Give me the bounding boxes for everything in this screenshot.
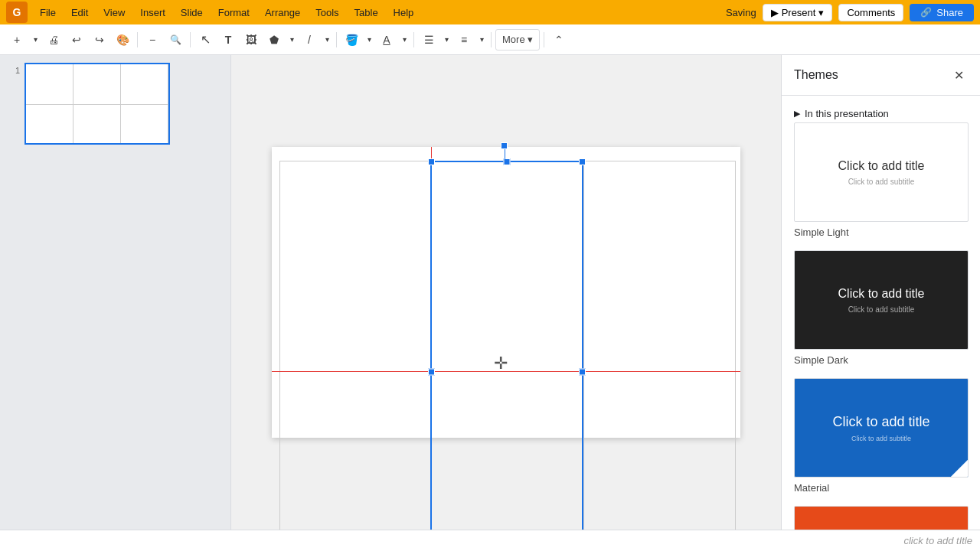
guide-vertical [431,147,432,438]
present-dropdown-icon: ▾ [818,7,824,18]
table-cell-r1c3[interactable] [583,161,735,372]
table-cell-r2c2[interactable] [432,371,583,530]
fold-corner-white [951,460,968,477]
theme-preview-simple-light[interactable]: Click to add title Click to add subtitle [794,122,969,222]
align-button[interactable]: ☰ [418,29,439,51]
themes-section: ▶ In this presentation Click to add titl… [782,96,980,530]
align-dropdown[interactable]: ▾ [441,29,452,51]
menu-edit[interactable]: Edit [65,5,94,20]
shapes-dropdown[interactable]: ▾ [286,29,297,51]
thumb-row-line [26,104,168,105]
in-this-presentation[interactable]: ▶ In this presentation [794,105,968,122]
table-cell-r1c1[interactable] [280,161,432,372]
line-color-dropdown[interactable]: ▾ [399,29,410,51]
image-button[interactable]: 🖼 [240,29,262,51]
undo-button[interactable]: ↩ [66,29,87,51]
bullet-button[interactable]: ≡ [453,29,475,51]
menu-slide[interactable]: Slide [175,5,209,20]
present-button[interactable]: ▶ Present ▾ [763,4,833,21]
menu-file[interactable]: File [34,5,62,20]
bottombar-right: click to add tItle [903,535,972,546]
menu-bar: File Edit View Insert Slide Format Arran… [34,5,420,20]
theme-preview-material[interactable]: Click to add title Click to add subtitle [794,378,969,478]
table-cell-r2c3[interactable] [583,371,735,530]
theme-preview-simple-dark[interactable]: Click to add title Click to add subtitle [794,250,969,350]
saving-status: Saving [726,7,756,18]
theme-preview-subtitle-material: Click to add subtitle [851,435,911,442]
zoom-out-button[interactable]: − [142,29,163,51]
slide-canvas: ✛ [272,147,740,438]
themes-header: Themes ✕ [782,55,980,96]
table-row [280,161,736,372]
menu-table[interactable]: Table [348,5,384,20]
paint-format-button[interactable]: 🎨 [112,29,133,51]
theme-preview-subtitle: Click to add subtitle [848,178,915,186]
chevron-right-icon: ▶ [794,109,800,119]
guide-horizontal [272,371,740,372]
line-dropdown[interactable]: ▾ [322,29,332,51]
more-button[interactable]: More ▾ [495,29,540,51]
collapse-toolbar-button[interactable]: ⌃ [548,29,570,51]
theme-preview-title: Click to add title [838,159,925,173]
top-bar: G File Edit View Insert Slide Format Arr… [0,0,980,24]
more-chevron-icon: ▾ [528,34,533,45]
theme-name-simple-dark: Simple Dark [794,354,968,366]
table-container[interactable] [279,161,736,530]
menu-arrange[interactable]: Arrange [259,5,306,20]
slide-table[interactable] [279,161,736,530]
bullet-dropdown[interactable]: ▾ [476,29,487,51]
handle-top-anchor[interactable] [501,142,508,149]
text-button[interactable]: T [217,29,239,51]
toolbar-separator-3 [336,32,337,47]
share-icon: 🔗 [920,7,932,18]
toolbar-separator-4 [413,32,414,47]
comments-button[interactable]: Comments [838,4,903,21]
app-logo: G [6,2,28,23]
theme-item-material: Click to add title Click to add subtitle… [794,378,968,494]
toolbar-separator-6 [544,32,544,47]
toolbar-separator-5 [491,32,492,47]
menu-help[interactable]: Help [387,5,420,20]
slide-thumb-inner [26,64,168,143]
theme-name-material: Material [794,482,968,494]
add-button[interactable]: + [6,29,28,51]
topbar-right: Saving ▶ Present ▾ Comments 🔗 Share [726,4,974,21]
table-row [280,371,736,530]
theme-preview-title-dark: Click to add title [838,287,925,301]
theme-preview-coral[interactable]: Click to add title [794,506,969,530]
main-area: 1 [0,55,980,530]
slide-panel: 1 [0,55,231,530]
menu-format[interactable]: Format [212,5,256,20]
theme-item-simple-dark: Click to add title Click to add subtitle… [794,250,968,366]
themes-panel: Themes ✕ ▶ In this presentation Click to… [781,55,980,530]
toolbar: + ▾ 🖨 ↩ ↪ 🎨 − 🔍 ↖ T 🖼 ⬟ ▾ / ▾ 🪣 ▾ A ▾ ☰ … [0,24,980,55]
slide-number: 1 [8,66,20,75]
canvas-area[interactable]: ✛ [231,55,781,530]
print-button[interactable]: 🖨 [43,29,64,51]
menu-view[interactable]: View [97,5,131,20]
theme-preview-subtitle-dark: Click to add subtitle [848,305,915,314]
table-cell-r1c2[interactable] [432,161,583,372]
share-button[interactable]: 🔗 Share [910,4,974,21]
theme-item-simple-light: Click to add title Click to add subtitle… [794,122,968,238]
redo-button[interactable]: ↪ [89,29,110,51]
click-to-add-title: click to add tItle [903,535,972,546]
select-button[interactable]: ↖ [194,29,216,51]
table-cell-r2c1[interactable] [280,371,432,530]
shapes-button[interactable]: ⬟ [263,29,285,51]
menu-insert[interactable]: Insert [134,5,172,20]
theme-preview-title-material: Click to add title [832,414,929,430]
theme-name-simple-light: Simple Light [794,227,968,238]
fill-color-button[interactable]: 🪣 [341,29,362,51]
theme-item-coral: Click to add title Coral [794,506,968,530]
line-color-button[interactable]: A [376,29,397,51]
bottom-bar: click to add tItle [0,530,980,551]
menu-tools[interactable]: Tools [309,5,345,20]
fill-dropdown[interactable]: ▾ [364,29,374,51]
slide-thumbnail[interactable] [24,63,170,145]
themes-title: Themes [794,68,838,82]
add-dropdown-button[interactable]: ▾ [29,29,41,51]
line-button[interactable]: / [299,29,320,51]
zoom-in-button[interactable]: 🔍 [165,29,186,51]
themes-close-button[interactable]: ✕ [949,66,968,84]
